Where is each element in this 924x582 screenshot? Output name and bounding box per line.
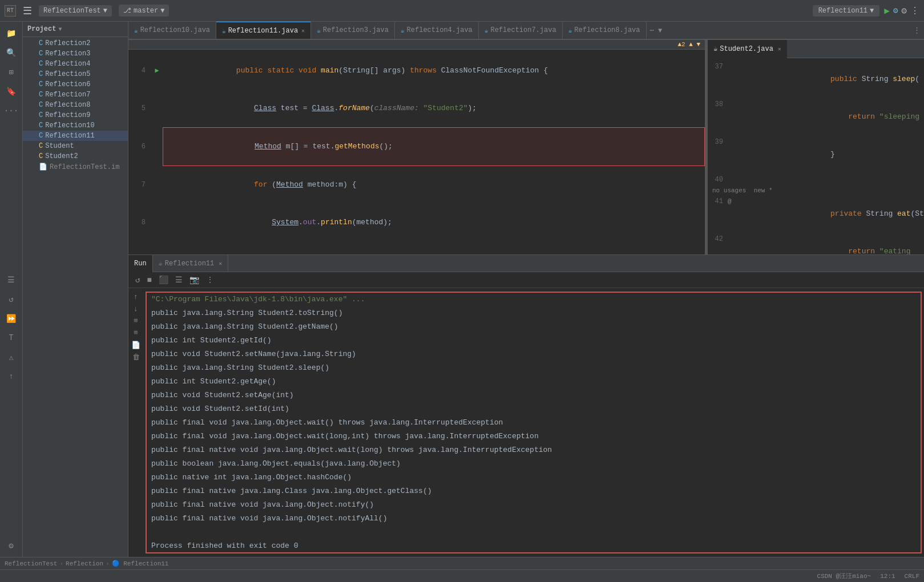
console-line-9: public final void java.lang.Object.wait(… [147,416,921,430]
tab-reflection4[interactable]: ☕ Reflection4.java [395,22,479,39]
sidebar-header: Project ▼ [23,22,128,37]
tab-action-more[interactable]: ⋮ [913,26,921,35]
console-outer[interactable]: "C:\Program Files\Java\jdk-1.8\bin\java.… [146,292,922,553]
sidebar-item-reflection9[interactable]: C Reflection9 [23,110,128,120]
class-icon: C [39,50,43,58]
debug-button[interactable]: ⚙ [893,6,898,15]
tab-reflection11[interactable]: ☕ Reflection11.java ✕ [216,22,311,39]
main-code-editor[interactable]: ▲2 ▲ ▼ 4 ▶ public static void main(Strin… [128,40,705,254]
find-icon[interactable]: 🔍 [2,43,21,62]
run-config-selector[interactable]: Reflection11 ▼ [813,5,880,17]
more-button[interactable]: ⋮ [910,5,919,17]
wrap-button[interactable]: ≡ [134,317,138,325]
hint-bar: ▲2 ▲ ▼ [128,40,705,50]
console-line-3: public int Student2.getId() [147,334,921,347]
line-content-9: } [163,241,705,254]
sidebar-item-reflection8[interactable]: C Reflection8 [23,100,128,110]
right-tab-bar: ☕ Student2.java ✕ [708,40,924,58]
scroll-up-button[interactable]: ↑ [134,293,138,301]
copy-button[interactable]: 📄 [131,341,140,350]
class-icon: C [39,80,43,88]
editor-tab-bar: ☕ Reflection10.java ☕ Reflection11.java … [128,22,924,40]
code-line-4: 4 ▶ public static void main(String[] arg… [128,52,705,90]
tab-overflow-button[interactable]: ⋯ ▼ [647,26,666,35]
sidebar-item-reflection11[interactable]: C Reflection11 [23,131,128,141]
run-gutter-4[interactable]: ▶ [151,64,163,77]
run-arrow-icon: ▶ [155,64,159,77]
suspend-button[interactable]: ⬛ [156,274,171,286]
no-usages-text: no usages [712,187,754,194]
console-line-1: public java.lang.String Student2.toStrin… [147,306,921,320]
tab-reflection3[interactable]: ☕ Reflection3.java [311,22,395,39]
tab-reflection8[interactable]: ☕ Reflection8.java [563,22,647,39]
java-file-icon: ☕ [568,27,572,34]
console-line-5: public java.lang.String Student2.sleep() [147,361,921,375]
right-code-view[interactable]: 37 public String sleep( 38 r [708,58,924,254]
run-tab-label: Run [134,260,147,268]
text-icon[interactable]: T [2,329,21,347]
sidebar-item-reflection4[interactable]: C Reflection4 [23,59,128,69]
project-selector[interactable]: ReflectionTest ▼ [39,5,112,17]
sidebar-item-reflectiontest-im[interactable]: 📄 ReflectionTest.im [23,161,128,172]
stop-button[interactable]: ■ [144,274,154,286]
bottom-toolbar: ↺ ■ ⬛ ☰ 📷 ⋮ [128,272,924,288]
app-logo: RT [5,5,16,17]
sidebar-item-student[interactable]: C Student [23,141,128,151]
no-usages-bar: no usages new * [708,186,924,195]
sidebar-item-reflection6[interactable]: C Reflection6 [23,79,128,90]
java-icon: ☕ [713,45,717,53]
bookmark-icon[interactable]: 🔖 [2,82,21,100]
project-icon[interactable]: 📁 [2,24,21,42]
push-icon[interactable]: ↑ [2,367,21,386]
branch-icon: ⎇ [123,6,131,15]
update-icon[interactable]: ↺ [2,290,21,308]
sidebar-item-reflection3[interactable]: C Reflection3 [23,48,128,59]
breadcrumb-part-3: 🔵 Reflection11 [112,560,169,567]
console-line-cmd: "C:\Program Files\Java\jdk-1.8\bin\java.… [147,293,921,306]
sidebar-item-reflection7[interactable]: C Reflection7 [23,90,128,100]
sidebar-item-reflection2[interactable]: C Reflection2 [23,38,128,48]
settings-icon[interactable]: ⚙ [2,536,21,555]
bottom-tab-reflection11[interactable]: ☕ Reflection11 ✕ [153,255,229,272]
right-line-40: 40 [708,173,924,186]
more-icon[interactable]: ··· [2,102,21,120]
watermark: CSDN @汪汪miao~ [817,572,871,580]
tab-close-icon[interactable]: ✕ [301,27,305,34]
warning-icon[interactable]: ⚠ [2,348,21,366]
reflection11-tab-close[interactable]: ✕ [219,260,222,267]
format-button[interactable]: ≡ [134,329,138,337]
bottom-tab-run[interactable]: Run [128,255,153,272]
screenshot-button[interactable]: 📷 [187,274,201,286]
gear-button[interactable]: ⚙ [901,5,907,17]
sidebar-chevron[interactable]: ▼ [58,26,62,33]
line-content-5: Class test = Class.forName(className: "S… [163,90,705,127]
tab-actions: ⋮ [910,26,924,35]
hamburger-menu[interactable]: ☰ [21,3,34,18]
restart-button[interactable]: ↺ [133,274,142,286]
tab-reflection10[interactable]: ☕ Reflection10.java [128,22,216,39]
java-file-icon: ☕ [134,27,138,34]
console-line-15: public final native void java.lang.Objec… [147,498,921,512]
scroll-down-button[interactable]: ↓ [134,305,138,313]
next-icon[interactable]: ⏩ [2,309,21,328]
class-icon: C [39,152,43,160]
tab-student2[interactable]: ☕ Student2.java ✕ [708,40,787,58]
tab-reflection7[interactable]: ☕ Reflection7.java [479,22,563,39]
console-line-11: public final native void java.lang.Objec… [147,443,921,457]
code-line-9: 9 } [128,241,705,254]
run-button[interactable]: ▶ [884,5,890,17]
console-line-14: public final native java.lang.Class java… [147,484,921,498]
console-line-blank [147,526,921,539]
sidebar-item-student2[interactable]: C Student2 [23,151,128,161]
right-panel: ☕ Student2.java ✕ 37 public String sleep… [707,40,924,254]
structure-icon[interactable]: ⊞ [2,63,21,81]
list-icon[interactable]: ☰ [2,270,21,289]
filter-button[interactable]: ☰ [173,274,185,286]
branch-selector[interactable]: ⎇ master ▼ [119,5,169,17]
sidebar-item-reflection5[interactable]: C Reflection5 [23,69,128,79]
right-tab-close[interactable]: ✕ [778,46,781,52]
more-actions-button[interactable]: ⋮ [204,274,216,286]
sidebar-item-reflection10[interactable]: C Reflection10 [23,120,128,131]
clear-button[interactable]: 🗑 [132,353,140,362]
main-layout: 📁 🔍 ⊞ 🔖 ··· ☰ ↺ ⏩ T ⚠ ↑ ⚙ Project ▼ C Re… [0,22,924,557]
